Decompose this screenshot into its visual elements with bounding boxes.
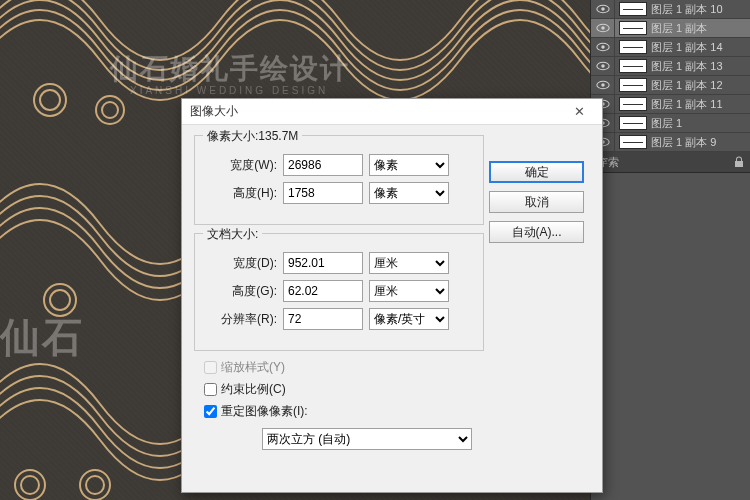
resample-checkbox-row[interactable]: 重定图像像素(I): <box>204 403 590 420</box>
eye-toggle[interactable] <box>591 57 615 75</box>
watermark-sub: XIANSHI WEDDING DESIGN <box>130 85 328 96</box>
svg-point-9 <box>80 470 110 500</box>
layer-thumbnail <box>619 40 647 54</box>
svg-point-13 <box>601 26 605 30</box>
close-icon[interactable]: ✕ <box>564 104 594 119</box>
layer-row[interactable]: 图层 1 副本 14 <box>591 38 750 57</box>
resample-label: 重定图像像素(I): <box>221 403 308 420</box>
layer-thumbnail <box>619 135 647 149</box>
width-unit-select[interactable]: 像素 <box>369 154 449 176</box>
height-cm-unit-select[interactable]: 厘米 <box>369 280 449 302</box>
height2-label: 高度(G): <box>205 283 283 300</box>
svg-point-3 <box>96 96 124 124</box>
layer-row[interactable]: 图层 1 副本 11 <box>591 95 750 114</box>
cancel-button[interactable]: 取消 <box>489 191 584 213</box>
layer-name: 图层 1 副本 10 <box>651 2 750 17</box>
svg-point-11 <box>601 7 605 11</box>
width2-label: 宽度(D): <box>205 255 283 272</box>
dialog-titlebar[interactable]: 图像大小 ✕ <box>182 99 602 125</box>
layer-thumbnail <box>619 97 647 111</box>
layer-row[interactable]: 图层 1 副本 10 <box>591 0 750 19</box>
resolution-unit-select[interactable]: 像素/英寸 <box>369 308 449 330</box>
layer-row[interactable]: 图层 1 副本 12 <box>591 76 750 95</box>
height-cm-input[interactable] <box>283 280 363 302</box>
svg-point-17 <box>601 64 605 68</box>
svg-point-19 <box>601 83 605 87</box>
width-cm-input[interactable] <box>283 252 363 274</box>
svg-point-5 <box>44 284 76 316</box>
width-px-input[interactable] <box>283 154 363 176</box>
width-cm-unit-select[interactable]: 厘米 <box>369 252 449 274</box>
constrain-checkbox[interactable] <box>204 383 217 396</box>
scale-styles-checkbox <box>204 361 217 374</box>
ok-button[interactable]: 确定 <box>489 161 584 183</box>
layer-row[interactable]: 图层 1 副本 <box>591 19 750 38</box>
height-unit-select[interactable]: 像素 <box>369 182 449 204</box>
svg-point-4 <box>50 290 70 310</box>
doc-size-legend: 文档大小: <box>203 226 262 243</box>
layer-name: 图层 1 副本 <box>651 21 750 36</box>
svg-point-8 <box>86 476 104 494</box>
visibility-icon[interactable] <box>596 23 610 33</box>
height-px-input[interactable] <box>283 182 363 204</box>
resample-checkbox[interactable] <box>204 405 217 418</box>
layer-thumbnail <box>619 78 647 92</box>
svg-point-0 <box>40 90 60 110</box>
visibility-icon[interactable] <box>596 80 610 90</box>
layer-thumbnail <box>619 116 647 130</box>
eye-toggle[interactable] <box>591 76 615 94</box>
lock-icon <box>734 156 744 168</box>
layer-name: 图层 1 副本 12 <box>651 78 750 93</box>
svg-point-2 <box>102 102 118 118</box>
pixel-dims-legend: 像素大小:135.7M <box>203 128 302 145</box>
constrain-checkbox-row[interactable]: 约束比例(C) <box>204 381 590 398</box>
svg-point-7 <box>15 470 45 500</box>
svg-point-1 <box>34 84 66 116</box>
eye-toggle[interactable] <box>591 19 615 37</box>
visibility-icon[interactable] <box>596 4 610 14</box>
scale-styles-checkbox-row: 缩放样式(Y) <box>204 359 590 376</box>
layer-name: 图层 1 <box>651 116 750 131</box>
height-label: 高度(H): <box>205 185 283 202</box>
layer-name: 图层 1 副本 11 <box>651 97 750 112</box>
scale-styles-label: 缩放样式(Y) <box>221 359 285 376</box>
layer-name: 图层 1 副本 9 <box>651 135 750 150</box>
dialog-title: 图像大小 <box>190 103 564 120</box>
auto-button[interactable]: 自动(A)... <box>489 221 584 243</box>
eye-toggle[interactable] <box>591 38 615 56</box>
layer-name: 图层 1 副本 14 <box>651 40 750 55</box>
resample-method-select[interactable]: 两次立方 (自动) <box>262 428 472 450</box>
layer-thumbnail <box>619 59 647 73</box>
panel-extra-row: 穿索 <box>591 152 750 173</box>
layer-thumbnail <box>619 21 647 35</box>
visibility-icon[interactable] <box>596 61 610 71</box>
layer-name: 图层 1 副本 13 <box>651 59 750 74</box>
visibility-icon[interactable] <box>596 42 610 52</box>
layer-row[interactable]: 图层 1 副本 13 <box>591 57 750 76</box>
svg-point-15 <box>601 45 605 49</box>
svg-point-6 <box>21 476 39 494</box>
constrain-label: 约束比例(C) <box>221 381 286 398</box>
image-size-dialog: 图像大小 ✕ 确定 取消 自动(A)... 像素大小:135.7M 宽度(W):… <box>181 98 603 493</box>
width-label: 宽度(W): <box>205 157 283 174</box>
layers-panel: 图层 1 副本 10图层 1 副本图层 1 副本 14图层 1 副本 13图层 … <box>590 0 750 500</box>
resolution-input[interactable] <box>283 308 363 330</box>
eye-toggle[interactable] <box>591 0 615 18</box>
layer-thumbnail <box>619 2 647 16</box>
layer-row[interactable]: 图层 1 副本 9 <box>591 133 750 152</box>
layer-row[interactable]: 图层 1 <box>591 114 750 133</box>
resolution-label: 分辨率(R): <box>205 311 283 328</box>
